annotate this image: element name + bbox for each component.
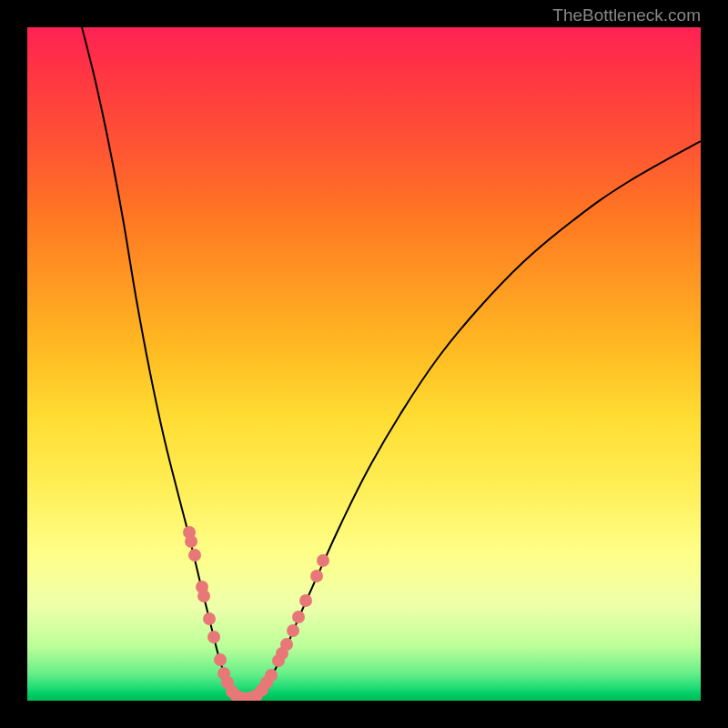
data-point (188, 549, 201, 561)
data-point (185, 535, 197, 548)
data-dots (183, 526, 329, 701)
chart-area (27, 27, 701, 701)
data-point (197, 590, 210, 602)
chart-svg (27, 27, 701, 701)
data-point (292, 611, 305, 623)
left-curve (82, 27, 244, 699)
watermark-text: TheBottleneck.com (552, 5, 701, 25)
data-point (299, 594, 312, 607)
data-point (214, 653, 227, 666)
right-curve (244, 141, 701, 699)
data-point (310, 570, 323, 582)
data-point (280, 638, 293, 651)
data-point (207, 631, 220, 643)
data-point (265, 669, 278, 682)
data-point (203, 612, 216, 625)
data-point (317, 554, 329, 567)
data-point (287, 624, 299, 637)
